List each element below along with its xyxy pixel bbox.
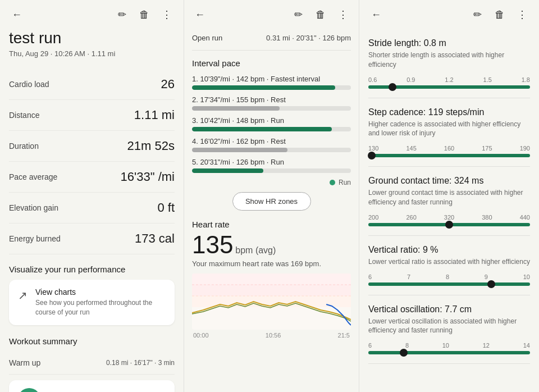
- interval-item: 2. 17'34"/mi · 155 bpm · Rest: [192, 95, 351, 111]
- hr-chart: [192, 274, 351, 330]
- svg-rect-3: [192, 307, 351, 330]
- more-icon-2[interactable]: ⋮: [335, 7, 351, 22]
- metric-title: Stride length: 0.8 m: [368, 38, 530, 48]
- delete-icon-2[interactable]: 🗑: [313, 7, 328, 22]
- interval-item: 5. 20'31"/mi · 126 bpm · Run: [192, 158, 351, 173]
- slider-container[interactable]: [368, 85, 530, 89]
- metric-title: Ground contact time: 324 ms: [368, 176, 530, 186]
- panel-2: ← ✏ 🗑 ⋮ Open run 0.31 mi · 20'31" · 126 …: [184, 0, 359, 392]
- chart-trend-icon: ↗: [18, 289, 28, 302]
- delete-icon-3[interactable]: 🗑: [492, 7, 508, 22]
- slider-label: 1.5: [483, 76, 492, 83]
- slider-label: 6: [368, 342, 372, 349]
- metric-title: Vertical oscillation: 7.7 cm: [368, 304, 530, 314]
- metric-block-2: Ground contact time: 324 ms Lower ground…: [368, 167, 530, 236]
- interval-bar-fill: [192, 85, 335, 90]
- slider-container[interactable]: [368, 351, 530, 354]
- slider-track: [368, 351, 530, 354]
- metric-desc: Higher cadence is associated with higher…: [368, 120, 530, 139]
- svg-rect-0: [192, 274, 351, 285]
- show-hr-zones-button[interactable]: Show HR zones: [232, 192, 311, 211]
- run-title: test run: [9, 29, 175, 47]
- hr-unit: bpm (avg): [235, 245, 276, 255]
- slider-label: 0.9: [406, 76, 415, 83]
- interval-header: 3. 10'42"/mi · 148 bpm · Run: [192, 116, 351, 125]
- interval-bar-bg: [192, 106, 351, 111]
- back-icon[interactable]: ←: [9, 7, 25, 22]
- top-bar-3: ← ✏ 🗑 ⋮: [368, 0, 530, 29]
- hr-desc: Your maximum heart rate was 169 bpm.: [192, 259, 351, 268]
- visualize-title: Visualize your run performance: [9, 265, 175, 274]
- slider-label: 1.8: [522, 76, 530, 83]
- timeline-end: 21:5: [338, 332, 350, 339]
- slider-thumb: [400, 349, 408, 357]
- hr-value: 135: [192, 231, 233, 258]
- edit-icon-2[interactable]: ✏: [290, 7, 306, 22]
- run-subtitle: Thu, Aug 29 · 10:26 AM · 1.11 mi: [9, 49, 175, 58]
- top-bar-2: ← ✏ 🗑 ⋮: [192, 0, 351, 29]
- slider-labels: 68101214: [368, 342, 530, 349]
- edit-icon-3[interactable]: ✏: [469, 7, 485, 22]
- stat-row: Elevation gain 0 ft: [9, 193, 175, 224]
- interval-header: 4. 16'02"/mi · 162 bpm · Rest: [192, 137, 351, 145]
- panel-3: ← ✏ 🗑 ⋮ Stride length: 0.8 m Shorter str…: [359, 0, 539, 392]
- interval-bar-fill: [192, 127, 332, 131]
- interval-bar-fill: [192, 168, 263, 173]
- metric-desc: Lower ground contact time is associated …: [368, 188, 530, 207]
- svg-rect-1: [192, 285, 351, 296]
- metric-title: Vertical ratio: 9 %: [368, 245, 530, 255]
- hr-value-row: 135 bpm (avg): [192, 233, 351, 257]
- top-bar-actions-1: ✏ 🗑 ⋮: [114, 7, 175, 22]
- slider-track: [368, 223, 530, 226]
- chart-card-content: View charts See how you performed throug…: [35, 288, 166, 317]
- slider-labels: 200260320380440: [368, 214, 530, 221]
- slider-container[interactable]: [368, 223, 530, 226]
- slider-label: 6: [368, 274, 372, 280]
- slider-label: 0.6: [368, 76, 377, 83]
- more-icon-3[interactable]: ⋮: [514, 7, 530, 22]
- chart-card-desc: See how you performed throughout the cou…: [35, 298, 166, 317]
- slider-container[interactable]: [368, 282, 530, 286]
- slider-label: 320: [444, 214, 454, 221]
- delete-icon[interactable]: 🗑: [136, 7, 152, 22]
- metric-block-3: Vertical ratio: 9 % Lower vertical ratio…: [368, 236, 530, 295]
- run1-card[interactable]: ⏱ Run 1 min 0.09 mi · 10'39" · 142 bpm ∨: [9, 380, 175, 392]
- stat-label: Distance: [9, 111, 39, 120]
- interval-item: 3. 10'42"/mi · 148 bpm · Run: [192, 116, 351, 131]
- slider-label: 145: [406, 145, 416, 152]
- interval-header: 5. 20'31"/mi · 126 bpm · Run: [192, 158, 351, 166]
- stat-row: Cardio load 26: [9, 69, 175, 100]
- interval-bar-bg: [192, 148, 351, 152]
- view-charts-card[interactable]: ↗ View charts See how you performed thro…: [9, 280, 175, 325]
- edit-icon[interactable]: ✏: [114, 7, 130, 22]
- metric-block-4: Vertical oscillation: 7.7 cm Lower verti…: [368, 295, 530, 364]
- interval-header: 2. 17'34"/mi · 155 bpm · Rest: [192, 95, 351, 104]
- slider-label: 8: [446, 274, 449, 280]
- interval-item: 1. 10'39"/mi · 142 bpm · Fastest interva…: [192, 75, 351, 90]
- stat-row: Duration 21m 52s: [9, 131, 175, 162]
- back-icon-2[interactable]: ←: [192, 7, 208, 22]
- metrics-list: Stride length: 0.8 m Shorter stride leng…: [368, 29, 530, 364]
- open-run-bar: Open run 0.31 mi · 20'31" · 126 bpm: [192, 29, 351, 51]
- legend-row: Run: [192, 179, 351, 186]
- slider-container[interactable]: [368, 154, 530, 157]
- panel-1: ← ✏ 🗑 ⋮ test run Thu, Aug 29 · 10:26 AM …: [0, 0, 184, 392]
- slider-label: 7: [407, 274, 410, 280]
- metric-block-0: Stride length: 0.8 m Shorter stride leng…: [368, 29, 530, 98]
- slider-label: 8: [405, 342, 409, 349]
- slider-label: 9: [485, 274, 488, 280]
- slider-labels: 678910: [368, 274, 530, 280]
- slider-label: 175: [482, 145, 492, 152]
- interval-bar-bg: [192, 127, 351, 131]
- stat-row: Energy burned 173 cal: [9, 224, 175, 254]
- more-icon[interactable]: ⋮: [159, 7, 175, 22]
- slider-label: 130: [368, 145, 378, 152]
- warmup-row: Warm up 0.18 mi · 16'17" · 3 min: [9, 352, 175, 375]
- legend-dot-run: [330, 180, 335, 185]
- stat-row: Pace average 16'33" /mi: [9, 162, 175, 193]
- open-run-stats: 0.31 mi · 20'31" · 126 bpm: [266, 34, 351, 42]
- back-icon-3[interactable]: ←: [368, 7, 384, 22]
- interval-bar-bg: [192, 168, 351, 173]
- slider-label: 1.2: [445, 76, 453, 83]
- stat-label: Elevation gain: [9, 203, 58, 212]
